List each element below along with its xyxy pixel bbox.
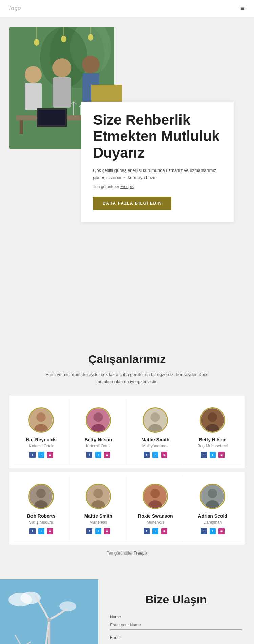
svg-point-24 bbox=[61, 36, 66, 42]
svg-point-61 bbox=[47, 618, 51, 622]
contact-image bbox=[0, 579, 98, 644]
hero-photo-credit: Ten görüntüler Freepik bbox=[93, 184, 222, 189]
email-label: Email bbox=[110, 635, 242, 640]
team-card-mattie-smith-1: Mattie Smith Mali yönetmen f t ◉ bbox=[127, 399, 184, 465]
svg-rect-11 bbox=[20, 120, 23, 134]
svg-point-40 bbox=[36, 489, 46, 498]
svg-point-6 bbox=[52, 58, 71, 77]
instagram-icon-roxie[interactable]: ◉ bbox=[161, 528, 167, 534]
team-card-adrian-scold: Adrian Scold Danışman f t ◉ bbox=[184, 475, 241, 541]
svg-point-34 bbox=[150, 412, 160, 422]
hero-photo-credit-link[interactable]: Freepik bbox=[120, 184, 134, 189]
contact-form-area: Bize Ulaşın Name Email Message I accept … bbox=[98, 579, 254, 644]
facebook-icon-adrian[interactable]: f bbox=[201, 528, 207, 534]
instagram-icon-mattie2[interactable]: ◉ bbox=[104, 528, 110, 534]
contact-section: Bize Ulaşın Name Email Message I accept … bbox=[0, 579, 254, 644]
twitter-icon-nat[interactable]: t bbox=[38, 452, 44, 458]
facebook-icon-betty2[interactable]: f bbox=[201, 452, 207, 458]
twitter-icon-bob[interactable]: t bbox=[38, 528, 44, 534]
name-label: Name bbox=[110, 615, 242, 619]
team-card-nat-reynolds: Nat Reynolds Kıdemli Ortak f t ◉ bbox=[13, 399, 70, 465]
team-role-betty-1: Kıdemli Ortak bbox=[75, 444, 122, 448]
team-avatar-betty-nilson-2 bbox=[200, 407, 225, 433]
svg-point-43 bbox=[93, 489, 103, 498]
facebook-icon-roxie[interactable]: f bbox=[144, 528, 150, 534]
svg-point-46 bbox=[150, 489, 160, 498]
logo: logo bbox=[9, 5, 21, 12]
name-input[interactable] bbox=[110, 621, 242, 630]
team-card-roxie-swanson: Roxie Swanson Mühendis f t ◉ bbox=[127, 475, 184, 541]
team-role-mattie-2: Mühendis bbox=[75, 520, 122, 525]
social-icons-mattie2: f t ◉ bbox=[75, 528, 122, 534]
contact-wind-svg bbox=[0, 579, 98, 644]
team-name-roxie: Roxie Swanson bbox=[132, 513, 179, 519]
social-icons-bob: f t ◉ bbox=[18, 528, 65, 534]
svg-point-28 bbox=[36, 412, 46, 422]
twitter-icon-roxie[interactable]: t bbox=[152, 528, 158, 534]
instagram-icon-betty2[interactable]: ◉ bbox=[218, 452, 225, 458]
hero-text-box: Size Rehberlik Etmekten Mutluluk Duyarız… bbox=[81, 102, 234, 222]
twitter-icon-adrian[interactable]: t bbox=[210, 528, 216, 534]
svg-point-26 bbox=[88, 34, 93, 41]
team-role-betty-2: Baş Muhasebeci bbox=[189, 444, 236, 448]
team-section-title: Çalışanlarımız bbox=[9, 353, 245, 366]
svg-point-55 bbox=[20, 592, 41, 604]
team-avatar-nat-reynolds bbox=[28, 407, 54, 433]
team-grid-row2: Bob Roberts Satış Müdürü f t ◉ Mattie Sm… bbox=[9, 472, 245, 545]
team-section-description: Enim ve minimum düzeyde, çok fazla çaba … bbox=[39, 371, 215, 385]
svg-point-37 bbox=[208, 412, 217, 422]
svg-rect-5 bbox=[25, 83, 42, 110]
contact-title: Bize Ulaşın bbox=[110, 593, 242, 606]
team-avatar-bob-roberts bbox=[28, 484, 54, 509]
hero-cta-button[interactable]: DAHA FAZLA BİLGİ EDİN bbox=[93, 197, 171, 210]
team-role-roxie: Mühendis bbox=[132, 520, 179, 525]
facebook-icon-mattie1[interactable]: f bbox=[144, 452, 150, 458]
team-name-mattie-1: Mattie Smith bbox=[132, 437, 179, 442]
svg-rect-7 bbox=[53, 77, 71, 108]
team-name-betty-2: Betty Nilson bbox=[189, 437, 236, 442]
header: logo ≡ bbox=[0, 0, 254, 17]
team-avatar-betty-nilson-1 bbox=[86, 407, 111, 433]
team-avatar-mattie-smith-1 bbox=[143, 407, 168, 433]
email-form-group: Email bbox=[110, 635, 242, 644]
svg-point-4 bbox=[25, 66, 42, 83]
team-row-1: Nat Reynolds Kıdemli Ortak f t ◉ Betty N… bbox=[13, 399, 241, 465]
team-role-adrian: Danışman bbox=[189, 520, 236, 525]
facebook-icon-bob[interactable]: f bbox=[29, 528, 36, 534]
team-name-bob: Bob Roberts bbox=[18, 513, 65, 519]
team-name-nat-reynolds: Nat Reynolds bbox=[18, 437, 65, 442]
twitter-icon-betty2[interactable]: t bbox=[210, 452, 216, 458]
social-icons-mattie1: f t ◉ bbox=[132, 452, 179, 458]
hamburger-menu-icon[interactable]: ≡ bbox=[240, 5, 245, 13]
email-input[interactable] bbox=[110, 641, 242, 644]
team-card-mattie-smith-2: Mattie Smith Mühendis f t ◉ bbox=[70, 475, 127, 541]
team-photo-credit-link[interactable]: Freepik bbox=[134, 551, 147, 556]
hero-section: Size Rehberlik Etmekten Mutluluk Duyarız… bbox=[0, 17, 254, 214]
twitter-icon-mattie2[interactable]: t bbox=[95, 528, 101, 534]
team-card-bob-roberts: Bob Roberts Satış Müdürü f t ◉ bbox=[13, 475, 70, 541]
team-role-mattie-1: Mali yönetmen bbox=[132, 444, 179, 448]
facebook-icon-mattie2[interactable]: f bbox=[86, 528, 92, 534]
team-avatar-roxie-swanson bbox=[143, 484, 168, 509]
name-form-group: Name bbox=[110, 615, 242, 630]
instagram-icon-mattie1[interactable]: ◉ bbox=[161, 452, 167, 458]
instagram-icon-nat[interactable]: ◉ bbox=[47, 452, 53, 458]
team-card-betty-nilson-1: Betty Nilson Kıdemli Ortak f t ◉ bbox=[70, 399, 127, 465]
facebook-icon-nat[interactable]: f bbox=[29, 452, 36, 458]
social-icons-roxie: f t ◉ bbox=[132, 528, 179, 534]
facebook-icon-betty1[interactable]: f bbox=[86, 452, 92, 458]
team-photo-credit: Ten görüntüler Freepik bbox=[9, 551, 245, 556]
svg-rect-14 bbox=[38, 110, 65, 125]
hero-title: Size Rehberlik Etmekten Mutluluk Duyarız bbox=[93, 112, 222, 161]
instagram-icon-adrian[interactable]: ◉ bbox=[218, 528, 225, 534]
team-name-betty-1: Betty Nilson bbox=[75, 437, 122, 442]
team-avatar-adrian-scold bbox=[200, 484, 225, 509]
team-row-2: Bob Roberts Satış Müdürü f t ◉ Mattie Sm… bbox=[13, 475, 241, 541]
twitter-icon-mattie1[interactable]: t bbox=[152, 452, 158, 458]
twitter-icon-betty1[interactable]: t bbox=[95, 452, 101, 458]
instagram-icon-bob[interactable]: ◉ bbox=[47, 528, 53, 534]
team-section: Çalışanlarımız Enim ve minimum düzeyde, … bbox=[0, 332, 254, 579]
svg-point-31 bbox=[93, 412, 103, 422]
instagram-icon-betty1[interactable]: ◉ bbox=[104, 452, 110, 458]
team-role-bob: Satış Müdürü bbox=[18, 520, 65, 525]
